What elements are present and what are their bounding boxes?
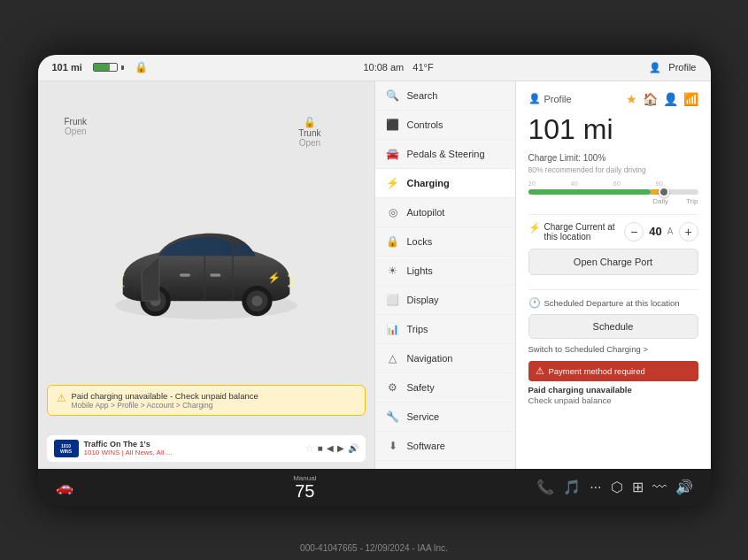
profile-icon: 👤 bbox=[528, 93, 541, 104]
radio-controls[interactable]: ☆ ■ ◀ ▶ 🔊 bbox=[305, 443, 358, 453]
menu-item-navigation[interactable]: △ Navigation bbox=[375, 344, 515, 373]
mileage-display: 101 mi bbox=[528, 113, 698, 146]
charging-menu-label: Charging bbox=[407, 178, 450, 188]
search-icon: 🔍 bbox=[386, 89, 400, 102]
lock-icon: 🔒 bbox=[135, 61, 148, 73]
warning-banner: ⚠ Paid charging unavailable - Check unpa… bbox=[47, 385, 366, 416]
clock-icon: 🕐 bbox=[528, 297, 541, 309]
frunk-label: Frunk Open bbox=[65, 117, 88, 136]
profile-label: 👤 Profile bbox=[528, 93, 572, 104]
increase-amp-button[interactable]: + bbox=[679, 222, 698, 242]
safety-icon: ⚙ bbox=[386, 381, 400, 394]
software-icon: ⬇ bbox=[386, 440, 400, 452]
radio-logo: 1010WINS bbox=[54, 440, 79, 457]
schedule-button[interactable]: Schedule bbox=[528, 314, 698, 339]
amp-control[interactable]: − 40 A + bbox=[624, 222, 698, 242]
phone-icon[interactable]: 📞 bbox=[536, 479, 554, 495]
slider-fill-green bbox=[528, 189, 651, 195]
status-bar: 101 mi 🔒 10:08 am 41°F 👤 Profile bbox=[38, 55, 711, 81]
error-title: Paid charging unavailable bbox=[528, 385, 698, 395]
bolt-icon: ⚡ bbox=[528, 222, 541, 234]
menu-item-controls[interactable]: ⬛ Controls bbox=[375, 111, 515, 140]
pedals-icon: 🚘 bbox=[386, 148, 400, 160]
radio-title: Traffic On The 1's bbox=[84, 440, 301, 449]
trips-icon: 📊 bbox=[386, 323, 400, 335]
svg-text:⚡: ⚡ bbox=[266, 270, 280, 283]
car-taskbar-icon[interactable]: 🚗 bbox=[56, 479, 73, 495]
trip-label: Trip bbox=[686, 197, 698, 205]
profile-star-icon[interactable]: ★ bbox=[626, 92, 637, 106]
taskbar-left: 🚗 bbox=[56, 479, 73, 495]
prev-icon[interactable]: ◀ bbox=[327, 443, 334, 453]
menu-item-software[interactable]: ⬇ Software bbox=[375, 432, 515, 461]
taskbar: 🚗 Manual 75 📞 🎵 ··· ⬡ ⊞ 〰 🔊 bbox=[38, 469, 711, 506]
menu-item-trips[interactable]: 📊 Trips bbox=[375, 315, 515, 344]
decrease-amp-button[interactable]: − bbox=[624, 222, 644, 242]
charge-limit-sublabel: 80% recommended for daily driving bbox=[528, 165, 698, 174]
grid-icon[interactable]: ⊞ bbox=[632, 479, 644, 495]
charging-menu-icon: ⚡ bbox=[386, 177, 400, 189]
error-icon: ⚠ bbox=[536, 365, 544, 377]
error-banner-text: Payment method required bbox=[549, 366, 645, 376]
menu-item-search[interactable]: 🔍 Search bbox=[375, 81, 515, 111]
slider-markers: 20406080 bbox=[528, 180, 698, 188]
profile-signal-icon[interactable]: 📶 bbox=[683, 92, 698, 106]
left-panel: Frunk Open 🔓 Trunk Open bbox=[38, 81, 374, 469]
volume-icon[interactable]: 🔊 bbox=[348, 443, 359, 453]
lights-icon: ☀ bbox=[386, 265, 400, 277]
navigation-icon: △ bbox=[386, 352, 400, 364]
profile-label[interactable]: Profile bbox=[668, 62, 696, 73]
radio-bar[interactable]: 1010WINS Traffic On The 1's 1010 WINS | … bbox=[47, 435, 366, 462]
car-image: ⚡ bbox=[100, 204, 312, 346]
scheduled-section: 🕐 Scheduled Departure at this location S… bbox=[528, 297, 698, 354]
charge-limit-label: Charge Limit: 100% bbox=[528, 153, 698, 163]
error-text-block: Paid charging unavailable Check unpaid b… bbox=[528, 385, 698, 405]
warning-icon: ⚠ bbox=[57, 392, 66, 404]
menu-item-charging[interactable]: ⚡ Charging bbox=[375, 169, 515, 198]
volume-taskbar-icon[interactable]: 🔊 bbox=[675, 479, 693, 495]
taskbar-center: Manual 75 bbox=[293, 474, 316, 500]
error-banner: ⚠ Payment method required bbox=[528, 361, 698, 381]
amp-value: 40 bbox=[649, 225, 661, 238]
next-icon[interactable]: ▶ bbox=[337, 443, 344, 453]
wave-icon[interactable]: 〰 bbox=[652, 479, 667, 495]
profile-header: 👤 Profile ★ 🏠 👤 📶 bbox=[528, 92, 698, 106]
charge-current-section: ⚡ Charge Current at this location − 40 A… bbox=[528, 222, 698, 242]
radio-info: Traffic On The 1's 1010 WINS | All News,… bbox=[84, 440, 301, 456]
amp-unit: A bbox=[667, 226, 674, 236]
menu-item-service[interactable]: 🔧 Service bbox=[375, 403, 515, 432]
status-center: 10:08 am 41°F bbox=[158, 62, 639, 73]
menu-panel: 🔍 Search ⬛ Controls 🚘 Pedals & Steering … bbox=[374, 81, 516, 469]
stop-icon[interactable]: ■ bbox=[317, 443, 322, 453]
charge-current-label: ⚡ Charge Current at this location bbox=[528, 222, 615, 242]
menu-item-pedals[interactable]: 🚘 Pedals & Steering bbox=[375, 140, 515, 169]
battery-indicator bbox=[93, 63, 124, 72]
charging-panel: 👤 Profile ★ 🏠 👤 📶 101 mi Charge Limit: 1… bbox=[516, 81, 711, 469]
profile-home-icon[interactable]: 🏠 bbox=[643, 92, 658, 106]
slider-track[interactable] bbox=[528, 189, 698, 195]
menu-item-display[interactable]: ⬜ Display bbox=[375, 286, 515, 315]
status-right: 👤 Profile bbox=[649, 62, 696, 73]
error-desc: Check unpaid balance bbox=[528, 395, 698, 405]
display-icon: ⬜ bbox=[386, 294, 400, 306]
bluetooth-icon[interactable]: ⬡ bbox=[611, 479, 623, 495]
switch-charging-link[interactable]: Switch to Scheduled Charging > bbox=[528, 344, 698, 354]
profile-person-icon[interactable]: 👤 bbox=[663, 92, 678, 106]
music-icon[interactable]: 🎵 bbox=[563, 479, 581, 495]
mileage-status: 101 mi bbox=[52, 62, 82, 73]
dots-icon[interactable]: ··· bbox=[590, 479, 601, 495]
menu-item-autopilot[interactable]: ◎ Autopilot bbox=[375, 198, 515, 227]
watermark: 000-41047665 - 12/09/2024 - IAA Inc. bbox=[300, 543, 448, 553]
person-icon: 👤 bbox=[649, 62, 661, 73]
open-charge-port-button[interactable]: Open Charge Port bbox=[528, 249, 698, 275]
svg-rect-3 bbox=[180, 273, 190, 276]
favorite-icon[interactable]: ☆ bbox=[305, 443, 313, 453]
menu-item-safety[interactable]: ⚙ Safety bbox=[375, 373, 515, 403]
warning-title: Paid charging unavailable - Check unpaid… bbox=[72, 391, 258, 401]
menu-item-upgrades[interactable]: ⬆ Upgrades bbox=[375, 461, 515, 469]
charge-slider[interactable]: 20406080 Daily Trip bbox=[528, 180, 698, 205]
scheduled-label: 🕐 Scheduled Departure at this location bbox=[528, 297, 698, 309]
slider-thumb[interactable] bbox=[659, 187, 669, 197]
menu-item-locks[interactable]: 🔒 Locks bbox=[375, 227, 515, 257]
menu-item-lights[interactable]: ☀ Lights bbox=[375, 257, 515, 286]
